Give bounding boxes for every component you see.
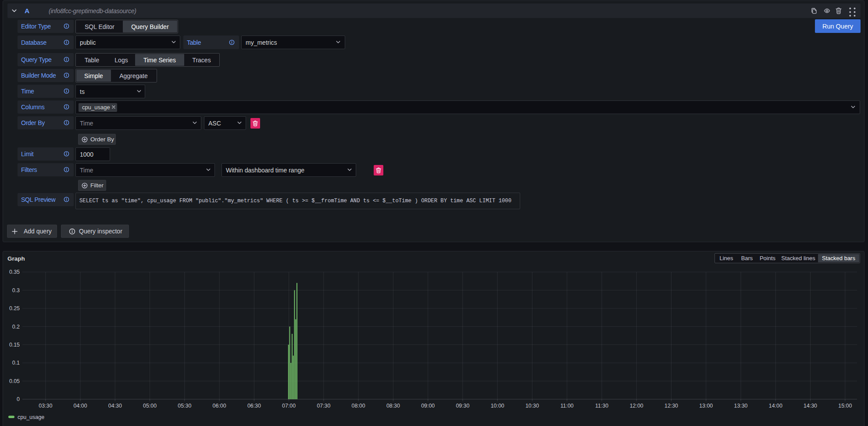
svg-text:0.35: 0.35 bbox=[9, 269, 20, 275]
svg-text:05:30: 05:30 bbox=[178, 403, 191, 409]
svg-text:14:30: 14:30 bbox=[804, 403, 817, 409]
svg-text:03:30: 03:30 bbox=[39, 403, 52, 409]
svg-text:10:00: 10:00 bbox=[491, 403, 504, 409]
svg-text:cpu_usage: cpu_usage bbox=[18, 414, 44, 420]
svg-text:07:30: 07:30 bbox=[317, 403, 330, 409]
svg-text:04:30: 04:30 bbox=[108, 403, 122, 409]
svg-text:06:00: 06:00 bbox=[213, 403, 226, 409]
svg-text:0.15: 0.15 bbox=[9, 342, 20, 348]
svg-text:0.2: 0.2 bbox=[12, 324, 20, 330]
svg-text:06:30: 06:30 bbox=[247, 403, 261, 409]
svg-text:11:00: 11:00 bbox=[561, 403, 574, 409]
svg-text:15:00: 15:00 bbox=[838, 403, 852, 409]
svg-text:12:30: 12:30 bbox=[664, 403, 678, 409]
svg-text:0.3: 0.3 bbox=[12, 287, 20, 294]
svg-text:11:30: 11:30 bbox=[595, 403, 608, 409]
svg-text:07:00: 07:00 bbox=[282, 403, 296, 409]
svg-text:04:00: 04:00 bbox=[74, 403, 87, 409]
svg-text:13:30: 13:30 bbox=[734, 403, 747, 409]
svg-text:08:00: 08:00 bbox=[352, 403, 365, 409]
svg-text:10:30: 10:30 bbox=[525, 403, 539, 409]
svg-text:0.25: 0.25 bbox=[9, 305, 20, 311]
svg-text:0.05: 0.05 bbox=[9, 378, 20, 384]
svg-text:12:00: 12:00 bbox=[630, 403, 643, 409]
svg-text:05:00: 05:00 bbox=[143, 403, 157, 409]
svg-text:0.1: 0.1 bbox=[12, 360, 20, 366]
svg-text:14:00: 14:00 bbox=[769, 403, 782, 409]
svg-text:0: 0 bbox=[17, 396, 20, 402]
svg-text:09:00: 09:00 bbox=[421, 403, 435, 409]
svg-text:13:00: 13:00 bbox=[699, 403, 713, 409]
svg-text:09:30: 09:30 bbox=[456, 403, 469, 409]
svg-text:08:30: 08:30 bbox=[386, 403, 400, 409]
